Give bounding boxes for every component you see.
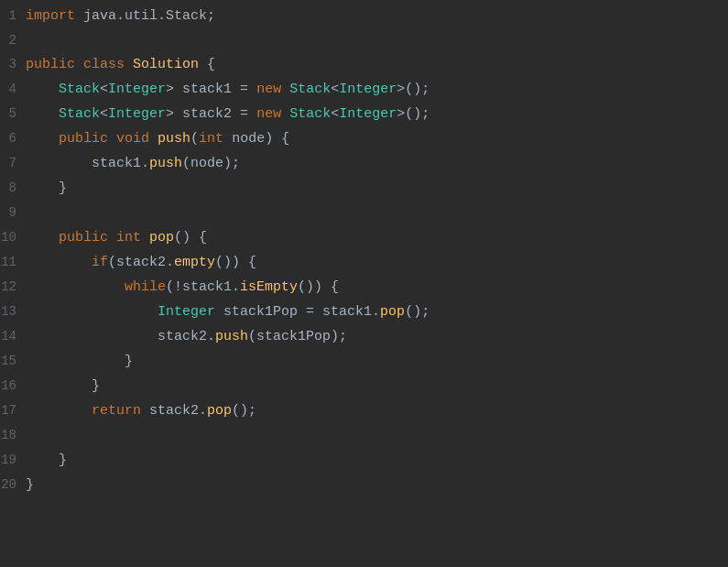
token-type-integer: Integer <box>339 82 397 97</box>
line-number: 6 <box>0 126 26 150</box>
token-type-integer: Integer <box>158 304 215 320</box>
token-angle: < <box>331 106 339 122</box>
token-kw-public: public <box>59 131 108 147</box>
token-type-integer: Integer <box>339 106 397 122</box>
token-method-name: pop <box>380 304 405 320</box>
code-line: 5 Stack<Integer> stack2 = new Stack<Inte… <box>0 102 728 126</box>
token-kw-if: if <box>92 255 108 270</box>
token-angle: < <box>100 82 108 97</box>
token-sp <box>248 82 256 97</box>
code-line: 4 Stack<Integer> stack1 = new Stack<Inte… <box>0 77 728 102</box>
token-brace: } <box>92 378 100 394</box>
token-kw-class: class <box>83 57 125 72</box>
token-var-name: (!stack1. <box>166 279 240 295</box>
token-kw-public: public <box>59 230 108 245</box>
token-sp <box>26 279 125 295</box>
token-paren: (); <box>405 304 429 320</box>
token-method-name: push <box>215 329 248 344</box>
line-content: } <box>26 474 34 497</box>
token-sp <box>26 304 158 320</box>
code-line: 18 <box>0 423 728 448</box>
token-sp <box>248 106 256 122</box>
token-sp <box>26 403 92 419</box>
token-type-stack: Stack <box>59 106 100 122</box>
code-line: 19 } <box>0 448 728 473</box>
line-content <box>26 202 59 225</box>
token-type-stack: Stack <box>289 82 331 97</box>
token-paren: ()) { <box>215 255 256 270</box>
token-kw-new: new <box>256 106 281 122</box>
token-paren: (); <box>232 403 256 419</box>
token-paren: () { <box>174 230 207 245</box>
line-number: 16 <box>0 374 26 398</box>
token-sp <box>26 255 92 270</box>
token-method-name: push <box>158 131 190 147</box>
token-sp <box>26 354 125 369</box>
token-sp <box>75 57 83 72</box>
line-content: Integer stack1Pop = stack1.pop(); <box>26 300 429 324</box>
code-line: 15 } <box>0 349 728 374</box>
token-paren: ()) { <box>298 279 339 295</box>
code-line: 17 return stack2.pop(); <box>0 398 728 423</box>
token-sp <box>26 205 59 221</box>
code-line: 7 stack1.push(node); <box>0 151 728 176</box>
token-var-name: node) { <box>223 131 289 147</box>
token-paren: ( <box>190 131 199 147</box>
token-class-name: Solution <box>133 57 199 72</box>
token-sp <box>26 106 59 122</box>
line-content: public void push(int node) { <box>26 127 289 151</box>
line-content: return stack2.pop(); <box>26 399 256 423</box>
token-angle: > <box>166 106 174 122</box>
token-var-name: stack1 <box>92 156 141 171</box>
code-line: 10 public int pop() { <box>0 225 728 250</box>
token-sp <box>26 131 59 147</box>
token-sp <box>108 230 116 245</box>
token-sp <box>26 453 59 468</box>
line-number: 13 <box>0 300 26 323</box>
line-number: 2 <box>0 28 26 52</box>
token-brace: { <box>199 57 215 72</box>
token-sp <box>125 57 133 72</box>
token-method-name: isEmpty <box>240 279 298 295</box>
token-dot: . <box>141 156 149 171</box>
code-line: 14 stack2.push(stack1Pop); <box>0 324 728 349</box>
token-method-name: empty <box>174 255 215 270</box>
line-content: Stack<Integer> stack2 = new Stack<Intege… <box>26 103 429 126</box>
line-number: 4 <box>0 77 26 101</box>
token-kw-int: int <box>199 131 223 147</box>
token-equals: = <box>306 304 314 320</box>
token-sp <box>75 8 83 24</box>
code-line: 12 while(!stack1.isEmpty()) { <box>0 275 728 300</box>
token-kw-return: return <box>92 403 141 419</box>
token-sp <box>26 428 59 443</box>
token-brace: } <box>26 477 34 493</box>
token-kw-void: void <box>116 131 149 147</box>
token-brace: } <box>59 453 67 468</box>
token-method-name: pop <box>207 403 232 419</box>
token-dot: . <box>207 329 215 344</box>
token-equals: = <box>240 106 248 122</box>
token-kw-int: int <box>116 230 141 245</box>
line-content: public class Solution { <box>26 53 215 77</box>
token-sp <box>108 131 116 147</box>
token-var-name: stack2 <box>158 329 207 344</box>
token-sp <box>281 82 289 97</box>
code-line: 6 public void push(int node) { <box>0 126 728 151</box>
line-number: 20 <box>0 473 26 496</box>
token-sp <box>149 131 158 147</box>
code-line: 3public class Solution { <box>0 52 728 77</box>
token-var-name: (stack1Pop); <box>248 329 347 344</box>
code-line: 1import java.util.Stack; <box>0 4 728 28</box>
line-number: 1 <box>0 4 26 27</box>
token-var-name: stack2 <box>174 106 240 122</box>
code-line: 16 } <box>0 374 728 398</box>
line-content: import java.util.Stack; <box>26 5 215 28</box>
token-var-name: stack1 <box>174 82 240 97</box>
token-semicolon: ; <box>207 8 215 24</box>
code-editor: 1import java.util.Stack;23public class S… <box>0 0 728 567</box>
line-number: 5 <box>0 102 26 125</box>
line-number: 18 <box>0 423 26 447</box>
token-sp <box>26 156 92 171</box>
token-sp <box>26 378 92 394</box>
code-line: 8 } <box>0 176 728 201</box>
